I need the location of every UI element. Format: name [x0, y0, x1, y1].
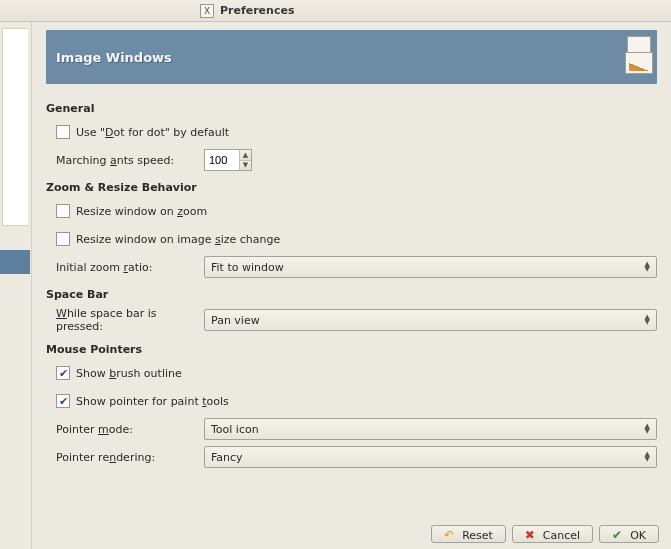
titlebar: X Preferences [0, 0, 671, 22]
row-brush-outline: Show brush outline [56, 362, 657, 384]
row-initial-zoom: Initial zoom ratio: Fit to window ▲▼ [56, 256, 657, 278]
combo-pointer-rendering-value: Fancy [211, 451, 243, 464]
image-icon [625, 52, 653, 74]
sidebar [0, 22, 32, 549]
combo-spacebar[interactable]: Pan view ▲▼ [204, 309, 657, 331]
label-brush-outline: Show brush outline [76, 367, 182, 380]
combo-pointer-mode[interactable]: Tool icon ▲▼ [204, 418, 657, 440]
combo-initial-zoom[interactable]: Fit to window ▲▼ [204, 256, 657, 278]
row-dot-for-dot: Use "Dot for dot" by default [56, 121, 657, 143]
undo-icon: ↶ [442, 528, 456, 542]
label-dot-for-dot: Use "Dot for dot" by default [76, 126, 229, 139]
section-general-head: General [46, 102, 657, 115]
label-pointer-mode: Pointer mode: [56, 423, 204, 436]
checkbox-paint-pointer[interactable] [56, 394, 70, 408]
spin-marching-ants[interactable]: ▲ ▼ [204, 149, 252, 171]
row-marching-ants: Marching ants speed: ▲ ▼ [56, 149, 657, 171]
label-initial-zoom: Initial zoom ratio: [56, 261, 204, 274]
page-title: Image Windows [56, 50, 172, 65]
spin-input-marching-ants[interactable] [205, 150, 239, 170]
combo-pointer-rendering[interactable]: Fancy ▲▼ [204, 446, 657, 468]
label-resize-zoom: Resize window on zoom [76, 205, 207, 218]
row-pointer-mode: Pointer mode: Tool icon ▲▼ [56, 418, 657, 440]
spin-up-icon[interactable]: ▲ [240, 150, 251, 161]
ok-button[interactable]: ✔ OK [599, 525, 659, 543]
row-paint-pointer: Show pointer for paint tools [56, 390, 657, 412]
row-spacebar: While space bar is pressed: Pan view ▲▼ [56, 307, 657, 333]
section-mouse-head: Mouse Pointers [46, 343, 657, 356]
row-resize-size: Resize window on image size change [56, 228, 657, 250]
sidebar-selected-item[interactable] [0, 250, 30, 274]
label-spacebar: While space bar is pressed: [56, 307, 204, 333]
window-title: Preferences [220, 4, 294, 17]
ok-icon: ✔ [610, 528, 624, 542]
spin-down-icon[interactable]: ▼ [240, 161, 251, 171]
reset-button-label: Reset [462, 529, 493, 542]
combo-initial-zoom-value: Fit to window [211, 261, 284, 274]
chevron-down-icon: ▼ [645, 267, 650, 272]
combo-spacebar-value: Pan view [211, 314, 260, 327]
app-icon: X [200, 4, 214, 18]
cancel-button[interactable]: ✖ Cancel [512, 525, 593, 543]
cancel-icon: ✖ [523, 528, 537, 542]
checkbox-dot-for-dot[interactable] [56, 125, 70, 139]
label-marching-ants: Marching ants speed: [56, 154, 204, 167]
ok-button-label: OK [630, 529, 646, 542]
reset-button[interactable]: ↶ Reset [431, 525, 506, 543]
row-resize-zoom: Resize window on zoom [56, 200, 657, 222]
label-paint-pointer: Show pointer for paint tools [76, 395, 229, 408]
checkbox-resize-zoom[interactable] [56, 204, 70, 218]
chevron-down-icon: ▼ [645, 320, 650, 325]
checkbox-brush-outline[interactable] [56, 366, 70, 380]
chevron-down-icon: ▼ [645, 429, 650, 434]
banner-icons [625, 36, 651, 76]
sidebar-tree-slice[interactable] [2, 28, 28, 226]
label-resize-size: Resize window on image size change [76, 233, 280, 246]
section-zoom-head: Zoom & Resize Behavior [46, 181, 657, 194]
combo-pointer-mode-value: Tool icon [211, 423, 259, 436]
section-spacebar-head: Space Bar [46, 288, 657, 301]
dialog-button-row: ↶ Reset ✖ Cancel ✔ OK [431, 519, 659, 549]
row-pointer-rendering: Pointer rendering: Fancy ▲▼ [56, 446, 657, 468]
checkbox-resize-size[interactable] [56, 232, 70, 246]
page-banner: Image Windows [46, 30, 657, 84]
cancel-button-label: Cancel [543, 529, 580, 542]
label-pointer-rendering: Pointer rendering: [56, 451, 204, 464]
chevron-down-icon: ▼ [645, 457, 650, 462]
